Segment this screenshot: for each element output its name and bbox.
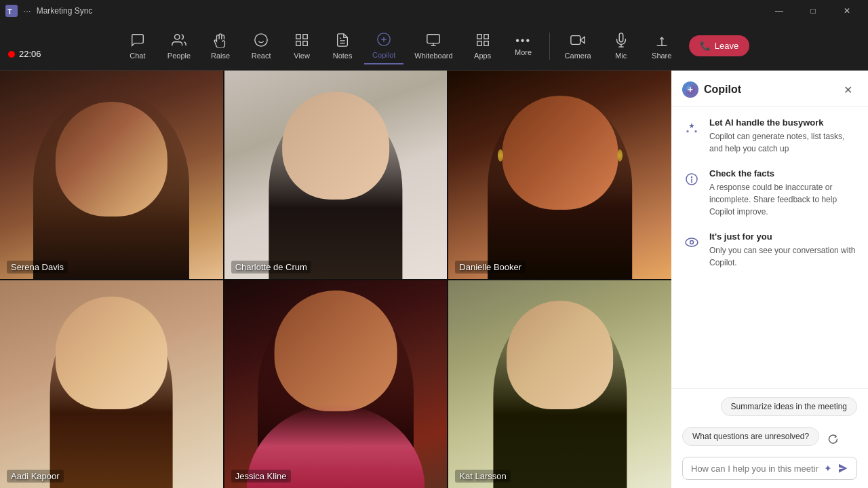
chat-label: Chat bbox=[130, 52, 145, 60]
camera-icon bbox=[570, 33, 585, 50]
send-message-button[interactable] bbox=[837, 463, 848, 474]
meeting-toolbar: 22:06 Chat People Raise bbox=[0, 22, 868, 71]
main-content: Serena Davis Charlotte de Crum Danielle … bbox=[0, 71, 868, 488]
title-bar-title: Marketing Sync bbox=[37, 6, 93, 16]
raise-label: Raise bbox=[211, 52, 230, 60]
maximize-button[interactable]: □ bbox=[797, 0, 829, 22]
window-controls: — □ ✕ bbox=[764, 0, 863, 22]
camera-label: Camera bbox=[565, 52, 591, 60]
svg-text:T: T bbox=[7, 7, 12, 16]
title-bar-dots[interactable]: ··· bbox=[23, 5, 31, 16]
input-sparkle-icon: ✦ bbox=[824, 463, 832, 474]
share-icon bbox=[654, 33, 669, 50]
whiteboard-icon bbox=[426, 33, 441, 50]
participant-name-jessica: Jessica Kline bbox=[231, 470, 291, 483]
toolbar-notes[interactable]: Notes bbox=[323, 29, 361, 64]
video-cell-danielle: Danielle Booker bbox=[448, 71, 671, 279]
copilot-title-text: Copilot bbox=[704, 83, 741, 96]
toolbar-view[interactable]: View bbox=[283, 29, 321, 64]
svg-rect-6 bbox=[296, 34, 300, 38]
facts-icon bbox=[682, 170, 701, 189]
svg-rect-17 bbox=[484, 34, 488, 38]
busywork-content: Let AI handle the busywork Copilot can g… bbox=[709, 117, 857, 155]
mic-icon bbox=[614, 33, 629, 50]
svg-point-2 bbox=[175, 34, 180, 39]
copilot-panel: Copilot ✕ Let AI handle the busywork Cop… bbox=[671, 71, 868, 488]
copilot-toolbar-icon bbox=[376, 32, 391, 49]
toolbar-camera[interactable]: Camera bbox=[557, 29, 599, 64]
apps-label: Apps bbox=[474, 52, 491, 60]
copilot-section-busywork: Let AI handle the busywork Copilot can g… bbox=[682, 117, 857, 155]
svg-point-28 bbox=[690, 241, 694, 244]
suggestion-row-questions: What questions are unresolved? bbox=[682, 427, 857, 451]
toolbar-share[interactable]: Share bbox=[643, 29, 681, 64]
toolbar-mic[interactable]: Mic bbox=[602, 29, 640, 64]
toolbar-apps[interactable]: Apps bbox=[464, 29, 502, 64]
view-icon bbox=[294, 33, 309, 50]
copilot-close-button[interactable]: ✕ bbox=[838, 80, 857, 99]
close-button[interactable]: ✕ bbox=[831, 0, 863, 22]
people-label: People bbox=[167, 52, 191, 60]
participant-name-aadi: Aadi Kapoor bbox=[7, 470, 64, 483]
video-cell-aadi: Aadi Kapoor bbox=[0, 280, 223, 489]
copilot-chat-input[interactable] bbox=[691, 464, 818, 474]
busywork-icon bbox=[682, 119, 701, 138]
personal-desc: Only you can see your conversation with … bbox=[709, 244, 857, 269]
copilot-section-personal: It's just for you Only you can see your … bbox=[682, 231, 857, 269]
copilot-body: Let AI handle the busywork Copilot can g… bbox=[671, 107, 868, 388]
leave-button[interactable]: 📞 Leave bbox=[689, 35, 749, 56]
copilot-brand-icon bbox=[682, 81, 698, 98]
teams-logo-icon: T bbox=[5, 5, 18, 17]
toolbar-copilot[interactable]: Copilot bbox=[364, 28, 403, 64]
personal-content: It's just for you Only you can see your … bbox=[709, 231, 857, 269]
toolbar-chat[interactable]: Chat bbox=[119, 29, 157, 64]
recording-indicator: 22:06 bbox=[8, 49, 41, 59]
svg-rect-13 bbox=[427, 34, 439, 43]
rec-dot bbox=[8, 51, 15, 58]
copilot-title-row: Copilot bbox=[682, 81, 741, 98]
react-label: React bbox=[252, 52, 271, 60]
video-cell-kat: Kat Larsson bbox=[448, 280, 671, 489]
svg-rect-7 bbox=[303, 34, 307, 38]
suggestion-questions[interactable]: What questions are unresolved? bbox=[682, 427, 819, 446]
notes-label: Notes bbox=[333, 52, 353, 60]
participant-name-charlotte: Charlotte de Crum bbox=[231, 261, 311, 274]
minimize-button[interactable]: — bbox=[764, 0, 795, 22]
refresh-suggestions-button[interactable] bbox=[825, 431, 841, 447]
participant-name-kat: Kat Larsson bbox=[455, 470, 510, 483]
whiteboard-label: Whiteboard bbox=[414, 52, 452, 60]
svg-rect-19 bbox=[484, 41, 488, 45]
raise-icon bbox=[213, 33, 228, 50]
toolbar-react[interactable]: React bbox=[242, 29, 280, 64]
facts-desc: A response could be inaccurate or incomp… bbox=[709, 181, 857, 218]
chat-input-row: ✦ bbox=[682, 457, 857, 480]
svg-rect-8 bbox=[296, 41, 300, 45]
busywork-desc: Copilot can generate notes, list tasks, … bbox=[709, 130, 857, 155]
copilot-header: Copilot ✕ bbox=[671, 71, 868, 107]
copilot-toolbar-label: Copilot bbox=[372, 51, 395, 59]
chat-icon bbox=[130, 33, 145, 50]
leave-phone-icon: 📞 bbox=[700, 41, 711, 51]
video-cell-jessica: Jessica Kline bbox=[224, 280, 448, 489]
toolbar-people[interactable]: People bbox=[159, 29, 199, 64]
title-bar-left: T ··· Marketing Sync bbox=[5, 5, 92, 17]
title-bar: T ··· Marketing Sync — □ ✕ bbox=[0, 0, 868, 22]
view-label: View bbox=[294, 52, 310, 60]
share-label: Share bbox=[652, 52, 671, 60]
facts-title: Check the facts bbox=[709, 168, 857, 179]
notes-icon bbox=[335, 33, 350, 50]
svg-point-3 bbox=[255, 33, 267, 45]
svg-rect-18 bbox=[477, 41, 481, 45]
svg-point-26 bbox=[691, 176, 692, 178]
mic-label: Mic bbox=[615, 52, 627, 60]
svg-rect-9 bbox=[303, 41, 307, 45]
participant-name-serena: Serena Davis bbox=[7, 261, 68, 274]
toolbar-whiteboard[interactable]: Whiteboard bbox=[406, 29, 460, 64]
video-grid: Serena Davis Charlotte de Crum Danielle … bbox=[0, 71, 671, 488]
leave-label: Leave bbox=[715, 41, 738, 51]
busywork-title: Let AI handle the busywork bbox=[709, 117, 857, 128]
people-icon bbox=[172, 33, 186, 50]
suggestion-summarize[interactable]: Summarize ideas in the meeting bbox=[721, 397, 857, 416]
toolbar-more[interactable]: ••• More bbox=[505, 31, 542, 60]
toolbar-raise[interactable]: Raise bbox=[201, 29, 239, 64]
